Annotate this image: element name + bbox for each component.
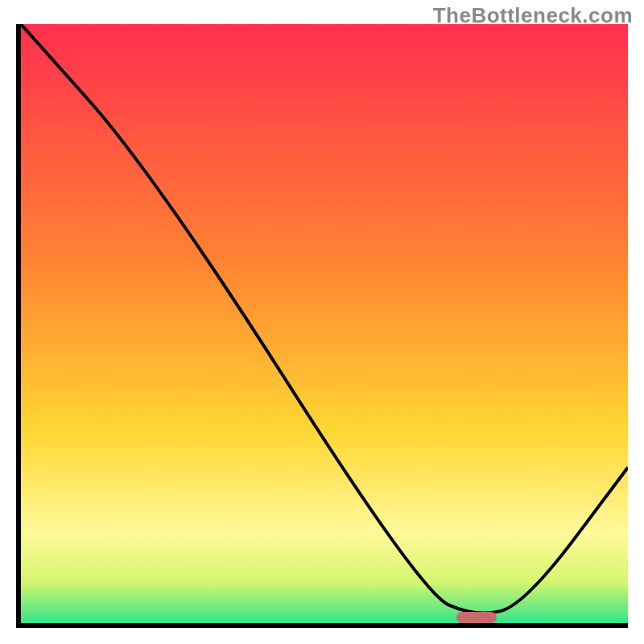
- plot-area: [16, 24, 628, 628]
- bottleneck-curve: [21, 24, 628, 623]
- optimal-marker: [456, 612, 497, 623]
- chart-container: TheBottleneck.com: [0, 0, 644, 644]
